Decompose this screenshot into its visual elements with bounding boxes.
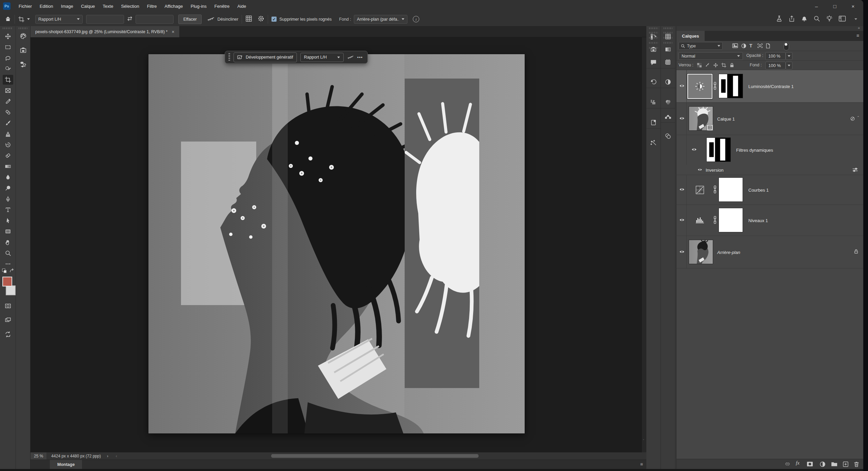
version-history-panel-icon[interactable] xyxy=(646,76,661,88)
mask-link-icon[interactable] xyxy=(713,82,717,91)
tab-calques[interactable]: Calques xyxy=(677,31,705,41)
screen-mode-icon[interactable] xyxy=(3,315,13,325)
swap-dimensions-icon[interactable] xyxy=(127,16,133,22)
layer-name[interactable]: Calque 1 xyxy=(717,116,735,121)
marquee-tool[interactable] xyxy=(3,42,13,52)
smart-filters-label[interactable]: Filtres dynamiques xyxy=(736,148,773,153)
pen-tool[interactable] xyxy=(3,194,13,204)
comments-panel-icon[interactable] xyxy=(646,57,661,68)
filter-pixel-layers-icon[interactable] xyxy=(732,43,738,49)
eye-icon[interactable] xyxy=(679,218,685,223)
menu-aide[interactable]: Aide xyxy=(237,4,246,9)
layer-row-calque-1[interactable]: Calque 1 ˆ xyxy=(677,103,863,135)
layer-mask-thumbnail[interactable] xyxy=(719,177,743,202)
object-selection-tool[interactable] xyxy=(3,64,13,74)
dock-grip[interactable] xyxy=(649,27,658,29)
discover-lightbulb-icon[interactable] xyxy=(826,15,833,23)
layer-row-filtres-dynamiques[interactable]: Filtres dynamiques xyxy=(677,135,863,165)
path-selection-tool[interactable] xyxy=(3,216,13,226)
libraries-panel-icon[interactable] xyxy=(16,44,30,56)
eye-icon[interactable] xyxy=(691,148,697,153)
notes-panel-icon[interactable] xyxy=(646,117,661,129)
close-button[interactable]: × xyxy=(849,3,857,9)
lock-pixels-icon[interactable] xyxy=(705,63,710,69)
swap-colors-icon[interactable] xyxy=(9,268,14,274)
paths-panel-icon[interactable] xyxy=(661,111,675,123)
lock-transparency-icon[interactable] xyxy=(697,63,702,69)
tab-close-icon[interactable]: × xyxy=(171,29,174,35)
layer-row-luminosite-contraste[interactable]: Luminosité/Contraste 1 xyxy=(677,70,863,103)
edit-toolbar-ellipsis-icon[interactable] xyxy=(3,259,13,269)
layer-thumbnail[interactable] xyxy=(689,240,713,264)
timeline-menu-icon[interactable]: ≡ xyxy=(640,462,643,467)
history-panel-icon[interactable] xyxy=(646,31,661,42)
eye-icon[interactable] xyxy=(679,187,685,192)
adjustment-layer-thumbnail[interactable] xyxy=(687,74,712,99)
document-image[interactable] xyxy=(148,54,525,433)
clone-stamp-tool[interactable] xyxy=(3,129,13,139)
layer-row-courbes-1[interactable]: Courbes 1 xyxy=(677,175,863,205)
eraser-tool[interactable] xyxy=(3,151,13,160)
menu-fenetre[interactable]: Fenêtre xyxy=(215,4,230,9)
gradients-panel-icon[interactable] xyxy=(661,44,675,55)
crop-settings-gear-icon[interactable] xyxy=(258,15,264,23)
crop-overlay-grid-icon[interactable] xyxy=(245,15,252,23)
default-colors-icon[interactable] xyxy=(2,269,8,275)
fill-value[interactable]: 100 % xyxy=(765,62,786,69)
collapse-effects-icon[interactable]: ˆ xyxy=(857,115,859,121)
status-chevron-icon[interactable]: › xyxy=(107,454,108,458)
dock-grip[interactable] xyxy=(19,27,27,29)
layer-name[interactable]: Arrière-plan xyxy=(717,250,740,255)
layer-name[interactable]: Courbes 1 xyxy=(748,187,769,192)
ratio-preset-dropdown[interactable]: Rapport L/H xyxy=(35,15,83,24)
lock-all-icon[interactable] xyxy=(729,63,734,69)
eye-icon[interactable] xyxy=(679,250,685,255)
menu-calque[interactable]: Calque xyxy=(81,4,95,9)
generative-wand-panel-icon[interactable] xyxy=(646,137,661,149)
layer-mask-thumbnail[interactable] xyxy=(719,208,743,232)
opacity-scrubber[interactable] xyxy=(786,52,792,60)
add-layer-mask-icon[interactable] xyxy=(807,461,813,468)
menu-selection[interactable]: Sélection xyxy=(121,4,139,9)
fill-mode-dropdown[interactable]: Arrière-plan (par défa... xyxy=(354,15,407,24)
info-icon[interactable]: i xyxy=(413,16,419,22)
menu-affichage[interactable]: Affichage xyxy=(165,4,183,9)
smart-filter-clip-icon[interactable] xyxy=(850,116,855,122)
eye-icon[interactable] xyxy=(679,84,685,89)
eye-icon[interactable] xyxy=(698,167,702,172)
lock-artboard-icon[interactable] xyxy=(721,63,726,69)
layer-styles-fx-icon[interactable]: fx xyxy=(796,460,800,466)
straighten-label[interactable]: Désincliner xyxy=(217,17,238,22)
document-tab[interactable]: pexels-shotpot-6337749.jpg @ 25% (Lumino… xyxy=(31,26,179,37)
link-layers-icon[interactable] xyxy=(784,461,791,468)
layer-filter-dropdown[interactable]: Type xyxy=(679,42,723,50)
opacity-value[interactable]: 100 % xyxy=(765,52,786,60)
fill-scrubber[interactable] xyxy=(786,62,792,69)
healing-brush-tool[interactable] xyxy=(3,107,13,117)
filter-adjustment-layers-icon[interactable] xyxy=(741,43,747,50)
filter-type-layers-icon[interactable]: T xyxy=(749,43,752,48)
mask-link-icon[interactable] xyxy=(713,216,717,225)
layer-name[interactable]: Niveaux 1 xyxy=(748,218,768,223)
eyedropper-tool[interactable] xyxy=(3,97,13,106)
scroll-left-icon[interactable]: ‹ xyxy=(116,454,117,458)
filter-smart-objects-icon[interactable] xyxy=(765,43,771,50)
channels-panel-icon[interactable] xyxy=(661,97,675,108)
curves-adjustment-icon[interactable] xyxy=(695,186,704,195)
lasso-tool[interactable] xyxy=(3,53,13,63)
lock-position-icon[interactable] xyxy=(713,63,718,69)
dodge-tool[interactable] xyxy=(3,183,13,193)
layer-mask-thumbnail[interactable] xyxy=(719,74,743,98)
contextual-taskbar[interactable]: Développement génératif Rapport L/H ••• xyxy=(225,51,368,64)
zoom-tool[interactable] xyxy=(3,248,13,258)
notifications-bell-icon[interactable] xyxy=(801,15,808,23)
filter-options-sliders-icon[interactable] xyxy=(852,168,858,173)
frame-tool[interactable] xyxy=(3,86,13,95)
blend-mode-dropdown[interactable]: Normal xyxy=(679,52,743,60)
taskbar-more-icon[interactable]: ••• xyxy=(357,55,363,60)
smart-filter-mask-thumbnail[interactable] xyxy=(706,137,731,162)
search-icon[interactable] xyxy=(813,15,820,23)
minimize-button[interactable]: – xyxy=(812,3,821,9)
smart-filter-name[interactable]: Inversion xyxy=(706,167,724,172)
levels-adjustment-icon[interactable] xyxy=(695,216,704,225)
